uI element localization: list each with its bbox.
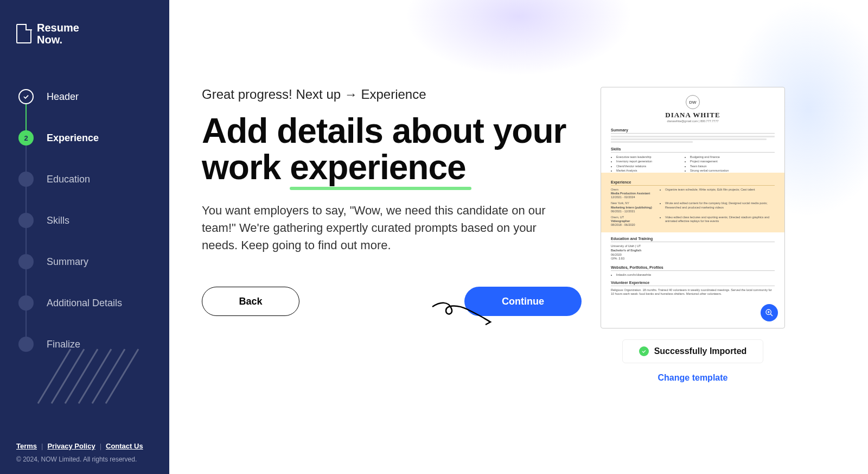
job-dates: 06/2021 - 12/2021 <box>611 210 654 213</box>
sidebar-footer: Terms| Privacy Policy| Contact Us © 2024… <box>16 442 153 463</box>
check-icon <box>18 89 34 104</box>
job-loc: Orem, UT <box>611 216 654 219</box>
zoom-in-icon <box>765 308 774 317</box>
step-label: Finalize <box>47 339 80 350</box>
check-circle-icon <box>639 346 649 356</box>
back-button[interactable]: Back <box>202 287 299 316</box>
step-header[interactable]: Header <box>18 89 153 104</box>
step-dot <box>18 254 34 269</box>
contact-link[interactable]: Contact Us <box>106 442 143 450</box>
change-template-link[interactable]: Change template <box>658 373 728 383</box>
brand-line1: Resume <box>37 22 79 34</box>
website-item: linkedin.com/in/dianawhite <box>616 273 775 276</box>
preview-education-title: Education and Training <box>611 237 775 242</box>
job-loc: Orem <box>611 188 654 192</box>
import-status-text: Successfully Imported <box>654 346 747 356</box>
step-label: Experience <box>47 132 99 144</box>
step-label: Education <box>47 174 90 185</box>
step-experience[interactable]: 2 Experience <box>18 130 153 146</box>
document-icon <box>16 24 31 43</box>
job-title: Media Production Assistant <box>611 192 654 195</box>
headline-underlined: experience <box>290 149 465 186</box>
skill-item: Project management <box>690 159 729 163</box>
step-skills[interactable]: Skills <box>18 213 153 228</box>
preview-websites-title: Websites, Portfolios, Profiles <box>611 266 775 271</box>
step-label: Skills <box>47 215 69 226</box>
edu-gpa: GPA: 3.83 <box>611 257 775 261</box>
preview-contact: dianawhite@gmail.com | 800.777.7777 <box>611 119 775 123</box>
job-dates: 08/2018 - 06/2020 <box>611 223 654 227</box>
job-bullet: Wrote and edited content for the company… <box>665 201 775 209</box>
progress-text: Great progress! Next up → Experience <box>202 87 592 102</box>
preview-name: DIANA WHITE <box>611 111 775 119</box>
step-label: Summary <box>47 256 88 268</box>
brand-line2: Now. <box>37 34 79 46</box>
preview-summary-title: Summary <box>611 128 775 134</box>
terms-link[interactable]: Terms <box>16 442 37 450</box>
edu-date: 06/2020 <box>611 253 775 257</box>
step-dot <box>18 295 34 311</box>
volunteer-text: Religious Organization. 18 months. Train… <box>611 288 775 296</box>
step-label: Header <box>47 91 79 103</box>
skill-item: Team liaison <box>690 164 729 168</box>
arrow-doodle-icon <box>430 299 495 326</box>
step-summary[interactable]: Summary <box>18 254 153 269</box>
step-dot <box>18 337 34 352</box>
preview-skills-title: Skills <box>611 147 775 153</box>
skill-item: Executive team leadership <box>616 155 652 159</box>
edu-degree: Bachelor's of English <box>611 249 775 253</box>
description-text: You want employers to say, "Wow, we need… <box>202 202 571 254</box>
main-content: Great progress! Next up → Experience Add… <box>169 0 868 474</box>
step-dot <box>18 213 34 228</box>
job-loc: New York, NY <box>611 201 654 205</box>
job-bullet: Organize team schedule; Write scripts; E… <box>665 188 775 192</box>
edu-inst: University of Utah | UT <box>611 244 775 249</box>
resume-preview[interactable]: DW DIANA WHITE dianawhite@gmail.com | 80… <box>601 87 785 328</box>
steps-nav: Header 2 Experience Education Skills Sum… <box>16 89 153 352</box>
job-title: Marketing Intern (publishing) <box>611 206 654 210</box>
preview-volunteer-title: Volunteer Experience <box>611 281 775 286</box>
brand-text: Resume Now. <box>37 22 79 46</box>
privacy-link[interactable]: Privacy Policy <box>47 442 95 450</box>
step-education[interactable]: Education <box>18 172 153 187</box>
copyright-text: © 2024, NOW Limited. All rights reserved… <box>16 456 153 463</box>
skill-item: Budgeting and finance <box>690 155 729 159</box>
job-bullet: Video edited class lectures and sporting… <box>665 216 775 223</box>
job-title: Videographer <box>611 219 654 223</box>
preview-experience-title: Experience <box>611 180 775 186</box>
brand-logo[interactable]: Resume Now. <box>16 22 153 46</box>
zoom-button[interactable] <box>761 304 778 321</box>
page-headline: Add details about your work experience <box>202 113 592 186</box>
step-number: 2 <box>18 130 34 146</box>
preview-column: DW DIANA WHITE dianawhite@gmail.com | 80… <box>592 38 793 452</box>
import-status-badge: Successfully Imported <box>622 339 764 363</box>
sidebar: Resume Now. Header 2 Experience Educatio… <box>0 0 169 474</box>
skill-item: Inventory report generation <box>616 159 652 163</box>
decorative-lines-icon <box>33 344 141 409</box>
job-dates: 12/2021 - 02/2024 <box>611 195 654 199</box>
skill-item: Market Analysis <box>616 168 652 173</box>
skill-item: Strong verbal communication <box>690 168 729 173</box>
step-finalize[interactable]: Finalize <box>18 337 153 352</box>
step-label: Additional Details <box>47 298 122 309</box>
skill-item: Client/Vendor relations <box>616 164 652 168</box>
step-additional-details[interactable]: Additional Details <box>18 295 153 311</box>
step-dot <box>18 172 34 187</box>
svg-line-1 <box>770 314 773 316</box>
avatar-initials: DW <box>686 95 700 109</box>
